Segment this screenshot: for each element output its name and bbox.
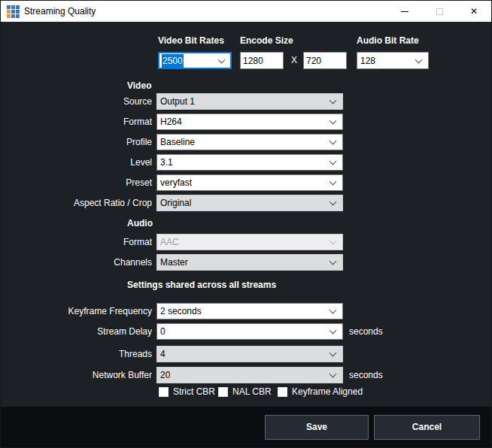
minimize-icon xyxy=(401,11,408,12)
encode-width-input[interactable] xyxy=(240,52,284,69)
dropdown-value: 20 xyxy=(160,370,170,380)
audio-bit-rate-dropdown[interactable]: 128 xyxy=(357,52,429,69)
keyframe-frequency-dropdown[interactable]: 2 seconds xyxy=(156,303,343,319)
threads-dropdown[interactable]: 4 xyxy=(156,346,343,362)
dropdown-value: Original xyxy=(160,198,191,208)
audio-bit-rate-label: Audio Bit Rate xyxy=(357,35,419,46)
field-label-source: Source xyxy=(1,93,152,110)
checkbox-strict-cbr[interactable]: Strict CBR xyxy=(159,386,215,397)
dropdown-value: Output 1 xyxy=(160,96,195,107)
maximize-icon xyxy=(436,8,443,15)
dropdown-value: 128 xyxy=(360,56,375,66)
field-label-stream-delay: Stream Delay xyxy=(1,323,152,340)
section-header-audio: Audio xyxy=(127,218,153,229)
video-bit-rates-label: Video Bit Rates xyxy=(158,35,224,46)
chevron-down-icon xyxy=(218,56,226,63)
chevron-down-icon xyxy=(330,198,337,206)
field-label-threads: Threads xyxy=(1,346,152,362)
encode-height-input[interactable] xyxy=(303,52,347,69)
maximize-button xyxy=(422,1,457,22)
minimize-button[interactable] xyxy=(387,1,422,22)
field-label-aspect-ratio-crop: Aspect Ratio / Crop xyxy=(1,195,152,211)
footer-bar: Save Cancel xyxy=(1,407,491,448)
aspect-ratio-crop-dropdown[interactable]: Original xyxy=(156,195,343,211)
streaming-quality-dialog: Streaming Quality ✕ Video Bit Rates 2500… xyxy=(0,0,492,448)
chevron-down-icon xyxy=(330,178,337,186)
section-header-settings-shared-across-all-streams: Settings shared across all streams xyxy=(127,280,276,290)
checkbox-box[interactable] xyxy=(278,387,287,397)
close-icon: ✕ xyxy=(470,7,478,16)
dropdown-value: H264 xyxy=(160,117,182,127)
network-buffer-dropdown[interactable]: 20 xyxy=(156,367,343,383)
checkbox-keyframe-aligned[interactable]: Keyframe Aligned xyxy=(278,386,363,397)
chevron-down-icon xyxy=(330,371,337,378)
chevron-down-icon xyxy=(330,138,337,145)
field-label-network-buffer: Network Buffer xyxy=(1,367,152,383)
stream-delay-dropdown[interactable]: 0 xyxy=(156,323,343,340)
dropdown-value: 4 xyxy=(160,349,166,359)
dropdown-value: veryfast xyxy=(160,177,192,188)
checkbox-label: Keyframe Aligned xyxy=(292,386,363,397)
chevron-down-icon xyxy=(330,238,337,245)
checkbox-label: NAL CBR xyxy=(232,386,272,397)
chevron-down-icon xyxy=(330,327,337,334)
dropdown-value: AAC xyxy=(160,237,179,247)
encode-size-label: Encode Size xyxy=(240,35,293,46)
chevron-down-icon xyxy=(330,307,337,314)
titlebar: Streaming Quality ✕ xyxy=(1,1,491,22)
section-header-video: Video xyxy=(127,80,151,91)
dropdown-value: 2500 xyxy=(162,54,184,68)
field-label-format: Format xyxy=(1,114,152,130)
checkbox-label: Strict CBR xyxy=(173,386,215,397)
chevron-down-icon xyxy=(415,56,423,63)
chevron-down-icon xyxy=(330,97,337,104)
level-dropdown[interactable]: 3.1 xyxy=(156,154,343,171)
checkbox-nal-cbr[interactable]: NAL CBR xyxy=(218,386,272,397)
profile-dropdown[interactable]: Baseline xyxy=(156,134,343,150)
chevron-down-icon xyxy=(330,158,337,165)
channels-dropdown[interactable]: Master xyxy=(156,254,343,271)
field-label-format: Format xyxy=(1,234,152,250)
preset-dropdown[interactable]: veryfast xyxy=(156,174,343,191)
chevron-down-icon xyxy=(330,258,337,265)
chevron-down-icon xyxy=(330,117,337,125)
field-label-channels: Channels xyxy=(1,254,152,271)
dropdown-value: 0 xyxy=(160,326,166,337)
cancel-button[interactable]: Cancel xyxy=(374,415,480,440)
format-dropdown[interactable]: H264 xyxy=(156,114,343,130)
field-label-level: Level xyxy=(1,154,152,171)
field-label-keyframe-frequency: Keyframe Frequency xyxy=(1,303,152,319)
save-button[interactable]: Save xyxy=(265,415,369,440)
source-dropdown[interactable]: Output 1 xyxy=(156,93,343,110)
dropdown-value: 3.1 xyxy=(160,157,173,168)
suffix-label: seconds xyxy=(349,323,383,340)
checkbox-box[interactable] xyxy=(159,387,169,397)
window-title: Streaming Quality xyxy=(24,1,96,22)
checkbox-box[interactable] xyxy=(218,387,228,397)
encode-size-separator: X xyxy=(291,55,297,65)
field-label-profile: Profile xyxy=(1,134,152,150)
suffix-label: seconds xyxy=(349,367,383,383)
video-bit-rate-dropdown[interactable]: 2500 xyxy=(158,52,232,69)
field-label-preset: Preset xyxy=(1,174,152,191)
dropdown-value: 2 seconds xyxy=(160,306,202,316)
dropdown-value: Master xyxy=(160,257,188,268)
format-dropdown: AAC xyxy=(156,234,343,250)
close-button[interactable]: ✕ xyxy=(457,1,491,22)
chevron-down-icon xyxy=(330,350,337,357)
dropdown-value: Baseline xyxy=(160,137,195,147)
app-icon xyxy=(7,5,20,18)
